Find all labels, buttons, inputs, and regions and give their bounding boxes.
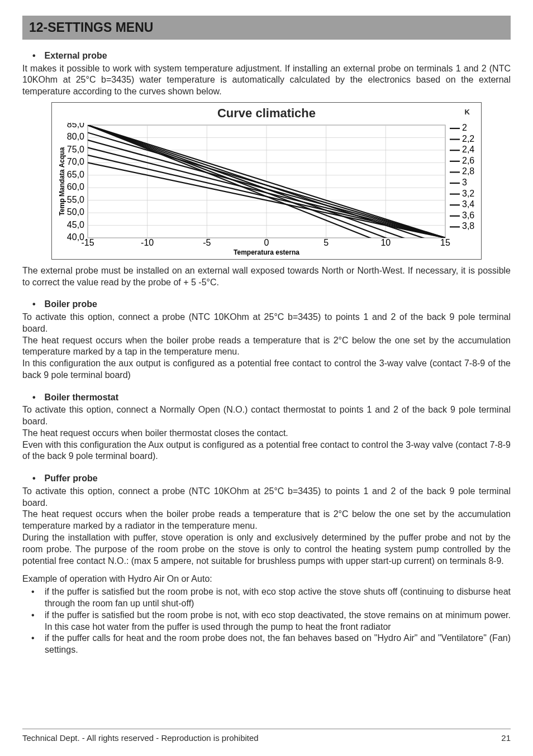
puffer-probe-p3: During the installation with puffer, sto… (22, 532, 511, 567)
svg-text:5: 5 (323, 238, 329, 247)
svg-text:3,8: 3,8 (462, 221, 474, 231)
svg-text:70,0: 70,0 (67, 157, 84, 166)
boiler-probe-p3: In this configuration the aux output is … (22, 358, 511, 381)
puffer-ops-list: if the puffer is satisfied but the room … (22, 586, 511, 656)
svg-text:2,8: 2,8 (462, 166, 474, 176)
svg-text:60,0: 60,0 (67, 182, 84, 192)
chart-title-row: Curve climatiche K (54, 105, 479, 122)
svg-text:-5: -5 (203, 238, 211, 247)
svg-text:3,4: 3,4 (462, 199, 474, 209)
svg-text:2,4: 2,4 (462, 145, 474, 154)
footer-page-number: 21 (501, 733, 511, 744)
list-item: if the puffer is satisfied but the room … (22, 586, 511, 610)
svg-text:15: 15 (440, 238, 450, 247)
boiler-probe-heading: Boiler probe (22, 298, 511, 310)
svg-text:3,6: 3,6 (462, 210, 474, 220)
svg-text:85,0: 85,0 (67, 123, 84, 129)
puffer-probe-p2: The heat request occurs when the boiler … (22, 509, 511, 532)
svg-text:2: 2 (462, 123, 467, 132)
puffer-example-lead: Example of operation with Hydro Air On o… (22, 573, 511, 585)
boiler-probe-p1: To activate this option, connect a probe… (22, 312, 511, 335)
boiler-thermostat-p2: The heat request occurs when boiler ther… (22, 428, 511, 439)
svg-text:65,0: 65,0 (67, 169, 84, 179)
svg-text:Temp Mandata Acqua: Temp Mandata Acqua (58, 147, 66, 216)
svg-text:45,0: 45,0 (67, 219, 84, 229)
boiler-probe-p2: The heat request occurs when the boiler … (22, 335, 511, 358)
svg-text:-10: -10 (141, 238, 154, 247)
svg-text:80,0: 80,0 (67, 132, 84, 141)
external-probe-p2: The external probe must be installed on … (22, 265, 511, 289)
list-item: if the puffer calls for heat and the roo… (22, 633, 511, 656)
boiler-thermostat-p3: Even with this configuration the Aux out… (22, 439, 511, 463)
chart-title: Curve climatiche (217, 106, 316, 120)
external-probe-p1: It makes it possible to work with system… (22, 63, 511, 98)
chart-container: Curve climatiche K 40,045,050,055,060,06… (51, 102, 482, 260)
svg-text:-15: -15 (81, 238, 94, 247)
chart-svg: 40,045,050,055,060,065,070,075,080,085,0… (54, 123, 479, 257)
boiler-thermostat-heading: Boiler thermostat (22, 391, 511, 404)
svg-text:Temperatura esterna: Temperatura esterna (234, 248, 299, 256)
svg-text:3,2: 3,2 (462, 188, 474, 198)
footer-left: Technical Dept. - All rights reserved - … (22, 733, 259, 744)
chart-legend-title: K (465, 107, 470, 117)
svg-text:55,0: 55,0 (67, 194, 84, 204)
svg-text:50,0: 50,0 (67, 207, 84, 217)
svg-text:10: 10 (380, 238, 391, 247)
svg-text:2,2: 2,2 (462, 133, 474, 143)
puffer-probe-heading: Puffer probe (22, 472, 511, 485)
page-title: 12-SETTINGS MENU (29, 19, 504, 36)
page-footer: Technical Dept. - All rights reserved - … (22, 729, 511, 744)
svg-text:75,0: 75,0 (67, 145, 84, 154)
svg-text:0: 0 (264, 238, 269, 247)
boiler-thermostat-p1: To activate this option, connect a Norma… (22, 404, 511, 428)
page-title-bar: 12-SETTINGS MENU (22, 16, 511, 40)
list-item: if the puffer is satisfied but the room … (22, 610, 511, 633)
external-probe-heading: External probe (22, 50, 511, 62)
puffer-probe-p1: To activate this option, connect a probe… (22, 486, 511, 509)
svg-text:3: 3 (462, 178, 467, 187)
svg-text:2,6: 2,6 (462, 156, 474, 165)
